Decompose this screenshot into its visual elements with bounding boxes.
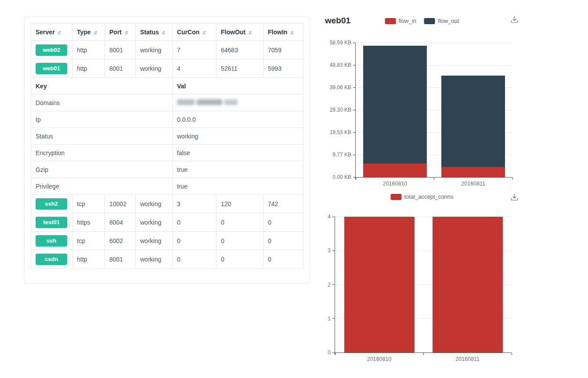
legend-item-flow_out[interactable]: flow_out <box>424 18 459 24</box>
column-header-status[interactable]: Status↓↑ <box>136 23 173 41</box>
kv-row-encryption: Encryptionfalse <box>31 145 303 161</box>
x-axis-tick <box>423 353 424 355</box>
kv-row-ip: Ip0.0.0.0 <box>31 111 303 128</box>
bar-total_accept_conns-20160811 <box>433 217 503 353</box>
y-axis-label: 48.83 KB <box>314 62 351 68</box>
legend-item-flow_in[interactable]: flow_in <box>385 18 416 24</box>
bar-flow_in-20160810 <box>363 164 427 177</box>
x-axis-label: 20160810 <box>360 356 399 362</box>
x-axis-tick <box>434 178 434 180</box>
y-axis-label: 1 <box>294 316 331 322</box>
cell-flowin: 5993 <box>263 59 303 78</box>
cell-curcon: 0 <box>173 213 216 232</box>
legend-swatch <box>385 18 396 24</box>
cell-status: working <box>136 232 173 250</box>
cell-flowout: 0 <box>216 213 263 232</box>
column-header-flowin[interactable]: FlowIn↓↑ <box>263 23 303 41</box>
legend-label: flow_in <box>399 18 416 24</box>
table-row-web02: web02http8001working7646837059 <box>31 41 303 59</box>
cell-flowin: 7059 <box>263 41 303 59</box>
column-header-label: FlowIn <box>268 29 287 36</box>
conns-chart-legend: total_accept_conns <box>390 193 453 200</box>
cell-flowout: 0 <box>216 232 263 250</box>
kv-key: Encryption <box>31 145 173 161</box>
y-axis-label: 0.00 KB <box>314 174 351 180</box>
bar-flow_in-20160811 <box>441 167 505 177</box>
kv-key: Gzip <box>31 161 173 178</box>
sort-icon: ↓↑ <box>124 29 127 36</box>
column-header-type[interactable]: Type↓↑ <box>72 23 105 41</box>
server-cell: web01 <box>31 59 72 78</box>
legend-item-total_accept_conns[interactable]: total_accept_conns <box>390 193 453 200</box>
y-axis-label: 0 <box>294 349 331 356</box>
table-row-ssh2: ssh2tcp10002working3120742 <box>31 195 303 213</box>
bar-flow_out-20160810 <box>363 46 427 164</box>
redacted-blob <box>224 99 238 105</box>
server-badge-web02[interactable]: web02 <box>36 44 67 56</box>
kv-value: working <box>173 128 303 145</box>
sort-icon: ↓↑ <box>202 29 205 36</box>
cell-flowout: 52611 <box>216 59 263 78</box>
sort-icon: ↓↑ <box>248 29 251 36</box>
cell-status: working <box>136 195 173 213</box>
cell-status: working <box>136 41 173 59</box>
cell-flowout: 64683 <box>216 41 263 59</box>
save-as-image-icon[interactable] <box>510 193 519 204</box>
server-cell: ssh <box>31 232 72 250</box>
server-table-head: Server↓↑Type↓↑Port↓↑Status↓↑CurCon↓↑Flow… <box>31 23 303 41</box>
x-axis-label: 20160811 <box>448 356 487 362</box>
bar-flow_out-20160811 <box>441 76 505 167</box>
kv-value: false <box>173 145 303 161</box>
legend-label: flow_out <box>438 18 459 24</box>
x-axis-tick <box>335 353 335 355</box>
cell-port: 8001 <box>105 59 136 78</box>
server-badge-ssh[interactable]: ssh <box>36 235 67 247</box>
x-axis-label: 20160811 <box>454 181 493 187</box>
server-cell: ssh2 <box>31 195 72 213</box>
kv-key: Ip <box>31 111 173 128</box>
cell-status: working <box>136 59 173 78</box>
kv-value: 0.0.0.0 <box>173 111 303 128</box>
server-badge-csdn[interactable]: csdn <box>36 254 67 265</box>
y-axis-line <box>355 43 356 179</box>
server-badge-ssh2[interactable]: ssh2 <box>36 198 67 210</box>
cell-port: 8004 <box>105 213 136 232</box>
column-header-server[interactable]: Server↓↑ <box>31 23 72 41</box>
bar-total_accept_conns-20160810 <box>344 217 415 353</box>
table-row-test01: test01https8004working000 <box>31 213 303 232</box>
cell-flowin: 0 <box>263 232 303 250</box>
cell-port: 10002 <box>105 195 136 213</box>
cell-type: http <box>72 59 105 78</box>
kv-key: Privilege <box>31 178 173 195</box>
save-as-image-icon[interactable] <box>510 15 519 26</box>
y-axis-label: 58.59 KB <box>314 40 351 46</box>
y-axis-label: 3 <box>294 247 331 254</box>
column-header-label: CurCon <box>177 29 199 36</box>
column-header-port[interactable]: Port↓↑ <box>105 23 136 41</box>
column-header-label: Server <box>36 29 55 36</box>
chart-title: web01 <box>325 16 350 25</box>
x-axis-tick <box>356 178 356 180</box>
column-header-label: Port <box>109 29 122 36</box>
table-header-row: Server↓↑Type↓↑Port↓↑Status↓↑CurCon↓↑Flow… <box>31 23 303 41</box>
cell-port: 8001 <box>105 250 136 269</box>
kv-value <box>173 94 303 111</box>
column-header-flowout[interactable]: FlowOut↓↑ <box>216 23 263 41</box>
kv-row-domains: Domains <box>31 94 303 111</box>
cell-port: 8001 <box>105 41 136 59</box>
server-cell: csdn <box>31 250 72 269</box>
redacted-domains-value <box>177 99 238 105</box>
cell-status: working <box>136 250 173 269</box>
y-axis-label: 9.77 KB <box>314 152 351 158</box>
y-axis-label: 39.06 KB <box>314 84 351 91</box>
kv-row-gzip: Gziptrue <box>31 161 303 178</box>
y-axis-label: 2 <box>294 282 331 288</box>
y-axis-line <box>335 217 335 355</box>
cell-flowout: 120 <box>216 195 263 213</box>
flow-chart-legend: flow_inflow_out <box>385 18 459 24</box>
server-badge-test01[interactable]: test01 <box>36 217 67 228</box>
column-header-curcon[interactable]: CurCon↓↑ <box>173 23 216 41</box>
x-axis-tick <box>512 178 513 180</box>
server-badge-web01[interactable]: web01 <box>36 63 67 74</box>
cell-flowin: 742 <box>263 195 303 213</box>
